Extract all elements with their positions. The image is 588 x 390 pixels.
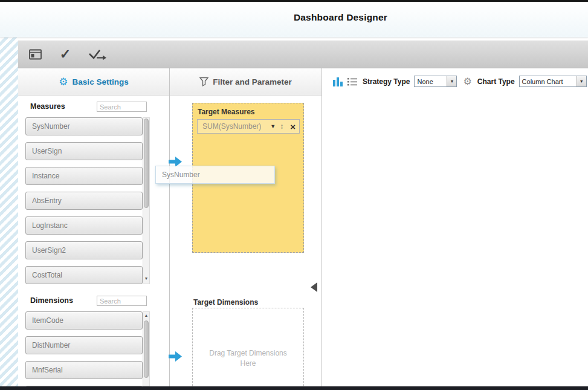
validate-run-button[interactable] bbox=[86, 45, 109, 64]
chart-type-value: Column Chart bbox=[520, 78, 577, 85]
assign-dimension-arrow-icon bbox=[169, 351, 182, 362]
target-measure-chip[interactable]: SUM(SysNumber) ▼ ↕ × bbox=[197, 119, 300, 134]
bottom-border-bar bbox=[0, 386, 588, 390]
form-icon bbox=[29, 49, 42, 60]
measure-item[interactable]: Instance bbox=[25, 167, 143, 185]
scrollbar-thumb[interactable] bbox=[144, 320, 149, 378]
dimensions-search-input[interactable] bbox=[97, 296, 147, 306]
chart-settings-gear-icon[interactable]: ⚙ bbox=[463, 77, 471, 86]
dimensions-label: Dimensions bbox=[30, 296, 73, 305]
chevron-down-icon: ▼ bbox=[577, 76, 586, 86]
dimension-item[interactable]: ItemCode bbox=[25, 311, 143, 330]
measure-item[interactable]: AbsEntry bbox=[25, 192, 143, 210]
strategy-type-value: None bbox=[415, 78, 447, 85]
sort-icon[interactable]: ↕ bbox=[280, 122, 283, 131]
measures-search-input[interactable] bbox=[97, 102, 147, 112]
measures-label: Measures bbox=[30, 102, 65, 111]
measure-item[interactable]: CostTotal bbox=[25, 266, 143, 284]
strategy-type-label: Strategy Type bbox=[363, 77, 410, 86]
filter-parameter-header[interactable]: Filter and Parameter bbox=[170, 68, 321, 96]
scroll-up-icon[interactable]: ▲ bbox=[143, 313, 149, 317]
basic-settings-header[interactable]: ⚙ Basic Settings bbox=[18, 68, 169, 96]
chart-panel: Strategy Type None ▼ ⚙ Chart Type Column… bbox=[322, 68, 588, 387]
chart-toolbar: Strategy Type None ▼ ⚙ Chart Type Column… bbox=[322, 68, 588, 87]
funnel-icon bbox=[199, 77, 208, 86]
chevron-down-icon: ▼ bbox=[447, 76, 456, 86]
check-arrow-icon bbox=[88, 48, 106, 60]
measure-item[interactable]: UserSign2 bbox=[25, 241, 143, 259]
remove-icon[interactable]: × bbox=[290, 122, 296, 131]
basic-settings-label: Basic Settings bbox=[73, 77, 129, 86]
measures-list: SysNumber UserSign Instance AbsEntry Log… bbox=[25, 117, 143, 291]
dimensions-scrollbar[interactable]: ▲ bbox=[143, 311, 150, 386]
measure-item[interactable]: LogInstanc bbox=[25, 216, 143, 235]
basic-settings-panel: ⚙ Basic Settings Measures SysNumber User… bbox=[18, 68, 170, 387]
validate-button[interactable]: ✓ bbox=[56, 45, 75, 64]
collapse-panel-icon[interactable] bbox=[311, 282, 317, 292]
filter-parameter-label: Filter and Parameter bbox=[213, 77, 292, 86]
left-stripe-margin bbox=[0, 37, 18, 387]
check-icon: ✓ bbox=[60, 48, 71, 61]
main-toolbar: ✓ bbox=[18, 41, 588, 68]
bar-chart-icon[interactable] bbox=[333, 77, 343, 86]
measure-item[interactable]: UserSign bbox=[25, 142, 143, 160]
chevron-down-icon[interactable]: ▼ bbox=[270, 123, 276, 129]
form-settings-button[interactable] bbox=[25, 45, 45, 64]
gear-icon: ⚙ bbox=[59, 77, 68, 87]
scrollbar-thumb[interactable] bbox=[144, 119, 149, 208]
dimension-item[interactable]: MnfSerial bbox=[25, 361, 143, 379]
dimensions-list: ItemCode DistNumber MnfSerial bbox=[25, 311, 143, 387]
filter-parameter-panel: Filter and Parameter Target Measures SUM… bbox=[170, 68, 322, 387]
target-dimensions-placeholder: Drag Target Dimensions Here bbox=[206, 348, 291, 387]
drag-ghost: SysNumber bbox=[155, 166, 275, 184]
target-dimensions-label: Target Dimensions bbox=[193, 298, 258, 307]
target-measures-label: Target Measures bbox=[193, 103, 303, 116]
page-title: Dashboard Designer bbox=[0, 2, 588, 23]
chart-type-label: Chart Type bbox=[477, 77, 515, 86]
dimension-item[interactable]: DistNumber bbox=[25, 336, 143, 354]
title-bar: Dashboard Designer bbox=[0, 2, 588, 37]
target-measure-value: SUM(SysNumber) bbox=[202, 122, 266, 131]
strategy-type-select[interactable]: None ▼ bbox=[414, 76, 457, 87]
measure-item[interactable]: SysNumber bbox=[25, 117, 143, 135]
measures-scrollbar[interactable]: ▼ bbox=[143, 117, 150, 284]
chart-type-select[interactable]: Column Chart ▼ bbox=[519, 76, 587, 87]
legend-list-icon[interactable] bbox=[347, 77, 357, 86]
target-dimensions-dropzone[interactable]: Drag Target Dimensions Here bbox=[192, 308, 304, 387]
scroll-down-icon[interactable]: ▼ bbox=[143, 276, 149, 281]
